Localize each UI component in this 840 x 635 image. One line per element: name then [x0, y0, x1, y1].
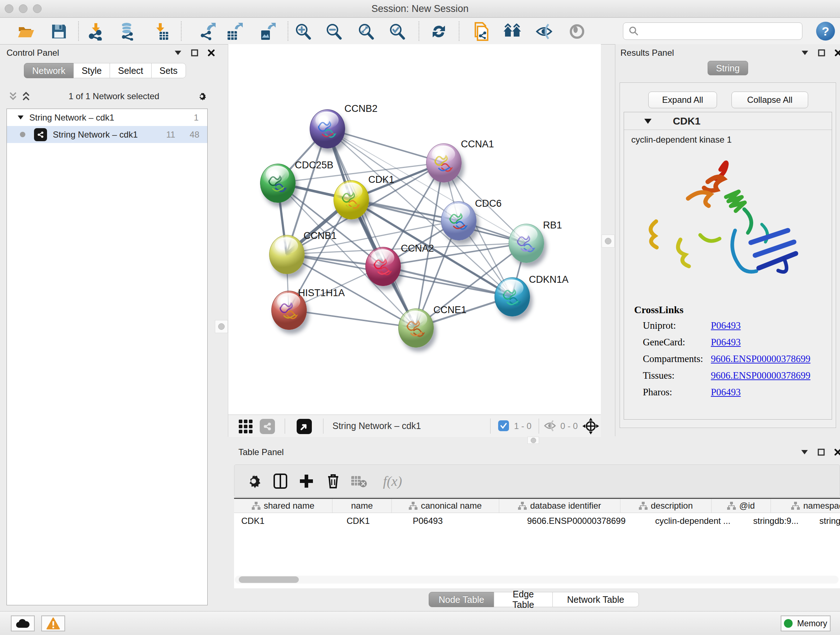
memory-button[interactable]: Memory [781, 616, 831, 631]
column-header-id[interactable]: @id [712, 499, 771, 513]
results-panel-menu-icon[interactable] [801, 49, 809, 57]
function-builder-button[interactable]: f(x) [376, 471, 409, 491]
table-settings-gear-icon[interactable] [244, 471, 264, 491]
tab-style[interactable]: Style [73, 63, 111, 78]
column-header-shared-name[interactable]: shared name [234, 499, 332, 513]
zoom-fit-button[interactable] [357, 23, 376, 40]
open-in-window-button[interactable] [295, 418, 314, 435]
column-header-namespace[interactable]: namespace [771, 499, 840, 513]
network-node-cdkn1a[interactable] [494, 277, 530, 317]
crosslink-tissues-link[interactable]: 9606.ENSP00000378699 [711, 370, 810, 382]
network-node-cdk1[interactable] [333, 180, 369, 219]
network-edge[interactable] [289, 310, 416, 328]
network-options-gear-icon[interactable] [197, 92, 206, 101]
column-header-name[interactable]: name [332, 499, 392, 513]
import-network-button[interactable] [87, 23, 105, 40]
tab-sets[interactable]: Sets [151, 63, 186, 78]
table-panel-title: Table Panel [238, 447, 284, 457]
crosslink-pharos-link[interactable]: P06493 [711, 386, 741, 399]
expand-all-button[interactable]: Expand All [648, 92, 717, 108]
network-row-selected[interactable]: String Network – cdk1 11 48 [7, 126, 207, 143]
zoom-out-button[interactable] [325, 23, 343, 40]
export-image-button[interactable] [257, 23, 276, 40]
birdseye-grid-button[interactable] [236, 418, 255, 435]
delete-table-icon[interactable] [349, 471, 369, 491]
zoom-selected-button[interactable] [388, 23, 407, 40]
tab-string[interactable]: String [707, 61, 748, 75]
cell-name[interactable]: CDK1 [339, 513, 406, 529]
network-node-cdc6[interactable] [441, 201, 477, 241]
open-session-button[interactable] [17, 23, 35, 40]
column-header-database-identifier[interactable]: database identifier [499, 499, 621, 513]
warning-button[interactable] [41, 616, 65, 631]
network-node-ccna2[interactable] [365, 247, 401, 286]
export-network-button[interactable] [197, 23, 216, 40]
crosslink-uniprot-link[interactable]: P06493 [711, 320, 741, 333]
add-column-icon[interactable] [297, 471, 316, 491]
refresh-button[interactable] [429, 23, 448, 40]
expand-all-icon[interactable] [22, 92, 30, 101]
network-node-ccna1[interactable] [426, 143, 462, 182]
table-panel-menu-icon[interactable] [800, 448, 809, 456]
crosslink-genecard-link[interactable]: P06493 [711, 337, 741, 349]
cloud-button[interactable] [11, 616, 35, 631]
control-panel-close-icon[interactable] [207, 49, 216, 57]
save-session-button[interactable] [50, 23, 68, 40]
results-panel-close-icon[interactable] [834, 49, 840, 57]
tab-network-table[interactable]: Network Table [553, 592, 639, 607]
hidden-eye-icon[interactable] [544, 420, 557, 433]
column-header-description[interactable]: description [621, 499, 712, 513]
network-node-ccnb2[interactable] [309, 109, 345, 149]
tab-network[interactable]: Network [24, 63, 74, 78]
tab-node-table[interactable]: Node Table [429, 592, 494, 607]
column-header-canonical-name[interactable]: canonical name [392, 499, 499, 513]
network-node-rb1[interactable] [508, 224, 544, 263]
network-node-cdc25b[interactable] [260, 164, 295, 203]
control-panel-float-icon[interactable] [190, 49, 199, 57]
collapse-all-icon[interactable] [9, 92, 17, 101]
string-document-button[interactable] [472, 23, 491, 40]
cell-database-identifier[interactable]: 9606.ENSP00000378699 [520, 513, 648, 529]
table-panel-close-icon[interactable] [834, 448, 840, 456]
cell-canonical-name[interactable]: P06493 [406, 513, 520, 529]
delete-column-trash-icon[interactable] [324, 471, 343, 491]
collapse-all-button[interactable]: Collapse All [731, 92, 808, 108]
table-tabs: Node Table Edge Table Network Table [429, 592, 639, 607]
node-label-ccne1: CCNE1 [433, 304, 467, 316]
cell-id[interactable]: stringdb:9... [746, 513, 812, 529]
export-table-button[interactable] [225, 23, 243, 40]
tab-edge-table[interactable]: Edge Table [494, 592, 553, 607]
crosshair-move-button[interactable] [581, 417, 600, 435]
zoom-in-button[interactable] [294, 23, 313, 40]
network-canvas[interactable]: CCNB2CCNA1CDC25BCDK1CDC6RB1CCNB1CCNA2CDK… [228, 44, 601, 415]
cell-shared-name[interactable]: CDK1 [234, 513, 339, 529]
crosslink-compartments-link[interactable]: 9606.ENSP00000378699 [711, 353, 810, 366]
network-node-ccnb1[interactable] [269, 235, 305, 274]
right-splitter-handle[interactable] [602, 234, 615, 248]
table-row[interactable]: CDK1 CDK1 P06493 9606.ENSP00000378699 cy… [234, 513, 840, 529]
home-networks-button[interactable] [503, 23, 522, 40]
show-eye-button[interactable] [568, 23, 586, 40]
gene-section-header[interactable]: CDK1 [624, 112, 832, 130]
import-database-button[interactable] [118, 23, 137, 40]
string-view-badge-button[interactable] [258, 418, 277, 435]
cell-description[interactable]: cyclin-dependent ... [648, 513, 746, 529]
selected-checkbox[interactable] [498, 420, 509, 431]
search-input[interactable] [642, 24, 802, 39]
help-button[interactable]: ? [816, 22, 835, 41]
tab-select[interactable]: Select [110, 63, 151, 78]
results-panel-float-icon[interactable] [817, 49, 826, 57]
split-columns-icon[interactable] [271, 471, 290, 491]
cell-namespace[interactable]: stringdb [812, 513, 840, 529]
scrollbar-thumb[interactable] [239, 576, 299, 583]
network-collection-row[interactable]: String Network – cdk1 1 [7, 109, 207, 126]
hide-panel-button[interactable] [535, 23, 554, 40]
import-table-button[interactable] [151, 23, 170, 40]
network-edge[interactable] [383, 266, 512, 296]
table-horizontal-scrollbar[interactable] [235, 576, 838, 584]
network-node-ccne1[interactable] [398, 309, 434, 348]
table-panel-float-icon[interactable] [817, 448, 826, 456]
bottom-splitter-handle[interactable] [527, 437, 539, 444]
left-splitter-handle[interactable] [215, 320, 228, 333]
control-panel-menu-icon[interactable] [174, 49, 182, 57]
